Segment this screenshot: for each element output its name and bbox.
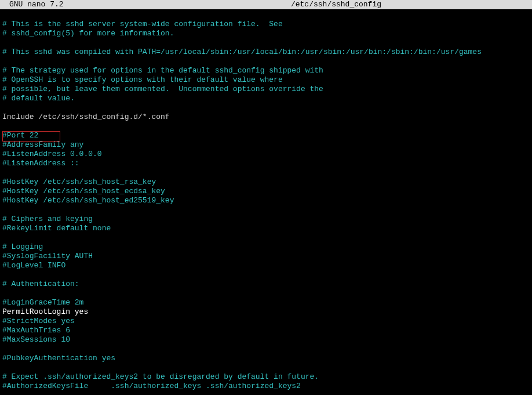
editor-line[interactable] — [2, 57, 530, 66]
editor-line[interactable] — [2, 168, 530, 177]
nano-app-name: GNU nano 7.2 — [0, 0, 64, 9]
editor-line[interactable]: #Port 22 — [2, 131, 530, 140]
editor-line[interactable]: #HostKey /etc/ssh/ssh_host_rsa_key — [2, 177, 530, 187]
editor-line[interactable] — [2, 345, 530, 354]
editor-line[interactable]: #HostKey /etc/ssh/ssh_host_ed25519_key — [2, 196, 530, 205]
editor-line[interactable]: # Logging — [2, 242, 530, 252]
editor-line[interactable]: #SyslogFacility AUTH — [2, 252, 530, 261]
editor-line[interactable]: # Authentication: — [2, 280, 530, 289]
editor-line[interactable]: #StrictModes yes — [2, 317, 530, 326]
editor-line[interactable]: #AuthorizedKeysFile .ssh/authorized_keys… — [2, 382, 530, 391]
editor-line[interactable]: #AddressFamily any — [2, 140, 530, 150]
editor-line[interactable]: # OpenSSH is to specify options with the… — [2, 75, 530, 85]
nano-titlebar: GNU nano 7.2 /etc/ssh/sshd_config — [0, 0, 532, 9]
editor-line[interactable] — [2, 233, 530, 242]
editor-area[interactable]: # This is the sshd server system-wide co… — [0, 9, 532, 391]
editor-line[interactable] — [2, 363, 530, 372]
editor-line[interactable]: # sshd_config(5) for more information. — [2, 29, 530, 38]
editor-line[interactable]: # Expect .ssh/authorized_keys2 to be dis… — [2, 372, 530, 382]
editor-line[interactable]: # default value. — [2, 94, 530, 103]
editor-line[interactable]: # The strategy used for options in the d… — [2, 66, 530, 75]
editor-line[interactable] — [2, 270, 530, 280]
nano-file-path: /etc/ssh/sshd_config — [291, 0, 532, 9]
editor-line[interactable] — [2, 122, 530, 131]
editor-line[interactable]: #ListenAddress :: — [2, 159, 530, 168]
editor-line[interactable]: #RekeyLimit default none — [2, 224, 530, 233]
editor-line[interactable] — [2, 38, 530, 48]
editor-line[interactable]: #MaxAuthTries 6 — [2, 326, 530, 335]
editor-line[interactable] — [2, 205, 530, 215]
editor-line[interactable]: #LogLevel INFO — [2, 261, 530, 270]
editor-line[interactable]: #MaxSessions 10 — [2, 335, 530, 345]
editor-line[interactable]: PermitRootLogin yes — [2, 307, 530, 317]
editor-line[interactable]: # possible, but leave them commented. Un… — [2, 85, 530, 94]
editor-line[interactable]: #HostKey /etc/ssh/ssh_host_ecdsa_key — [2, 187, 530, 196]
editor-line[interactable] — [2, 10, 530, 20]
editor-line[interactable]: Include /etc/ssh/sshd_config.d/*.conf — [2, 113, 530, 122]
editor-line[interactable]: #PubkeyAuthentication yes — [2, 354, 530, 363]
editor-line[interactable] — [2, 289, 530, 298]
editor-line[interactable] — [2, 103, 530, 113]
editor-line[interactable]: # This sshd was compiled with PATH=/usr/… — [2, 48, 530, 57]
editor-line[interactable]: # This is the sshd server system-wide co… — [2, 20, 530, 29]
editor-line[interactable]: #LoginGraceTime 2m — [2, 298, 530, 307]
editor-line[interactable]: #ListenAddress 0.0.0.0 — [2, 150, 530, 159]
editor-line[interactable]: # Ciphers and keying — [2, 215, 530, 224]
